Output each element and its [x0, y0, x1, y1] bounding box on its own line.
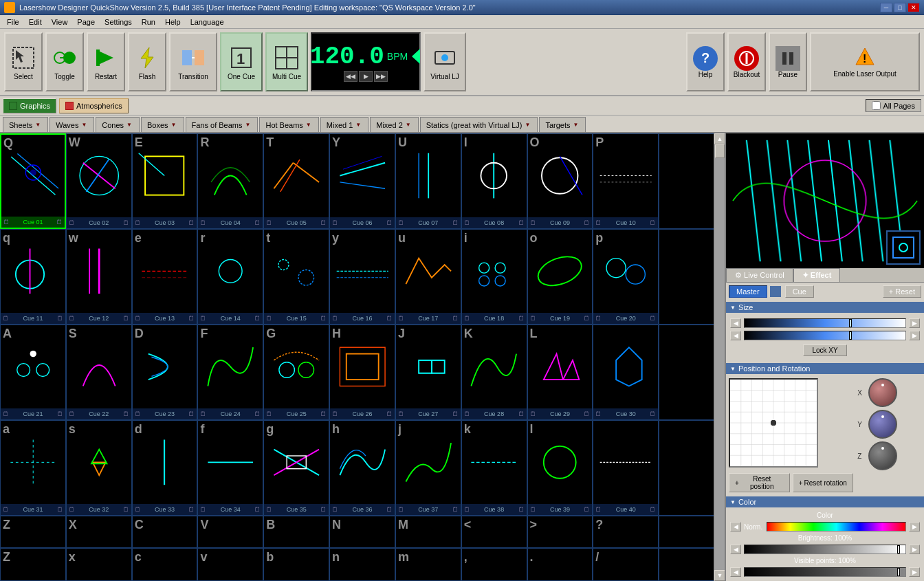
cue-cell[interactable]: S🗒Cue 22🗒 — [66, 325, 132, 420]
x-knob[interactable] — [868, 378, 897, 407]
z-knob[interactable] — [868, 441, 897, 470]
minimize-button[interactable]: ─ — [880, 3, 892, 12]
cue-cell[interactable]: n — [329, 548, 395, 581]
size-x-prev-button[interactable]: ◀ — [730, 318, 741, 328]
one-cue-button[interactable]: 1 One Cue — [220, 32, 263, 91]
scroll-down-button[interactable]: ▼ — [714, 570, 725, 581]
cue-cell[interactable]: J🗒Cue 27🗒 — [395, 325, 461, 420]
cue-cell[interactable]: v — [197, 548, 263, 581]
scroll-thumb[interactable] — [715, 144, 725, 158]
panel-tab-live-control[interactable]: ⚙ Live Control — [726, 268, 793, 282]
select-button[interactable]: Select — [4, 32, 43, 91]
size-section-header[interactable]: ▼ Size — [726, 302, 924, 313]
size-x-slider[interactable] — [744, 318, 906, 328]
size-y-slider[interactable] — [744, 331, 906, 340]
lock-xy-button[interactable]: Lock XY — [803, 344, 846, 356]
toggle-button[interactable]: Toggle — [45, 32, 84, 91]
tab-hot-beams[interactable]: Hot Beams ▼ — [259, 117, 318, 132]
menu-settings[interactable]: Settings — [100, 17, 136, 27]
visible-next-button[interactable]: ▶ — [909, 567, 920, 577]
cue-cell[interactable]: N — [329, 516, 395, 549]
scroll-up-button[interactable]: ▲ — [714, 133, 725, 144]
all-pages-check[interactable] — [872, 101, 881, 110]
cue-cell[interactable]: q🗒Cue 11🗒 — [0, 229, 66, 325]
cue-cell[interactable]: r🗒Cue 14🗒 — [197, 229, 263, 325]
cue-cell[interactable]: C — [132, 516, 198, 549]
size-y-next-button[interactable]: ▶ — [909, 331, 920, 340]
tab-mixed-2[interactable]: Mixed 2 ▼ — [370, 117, 418, 132]
cue-cell[interactable]: h🗒Cue 36🗒 — [329, 420, 395, 516]
cue-cell[interactable]: y🗒Cue 16🗒 — [329, 229, 395, 325]
cue-cell[interactable]: s🗒Cue 32🗒 — [66, 420, 132, 516]
tab-statics[interactable]: Statics (great with Virtual LJ) ▼ — [420, 117, 538, 132]
visible-prev-button[interactable]: ◀ — [730, 567, 741, 577]
cue-cell[interactable]: V — [197, 516, 263, 549]
brightness-slider[interactable] — [744, 545, 906, 554]
cue-cell[interactable]: K🗒Cue 28🗒 — [461, 325, 527, 420]
cue-cell[interactable]: Z — [0, 548, 66, 581]
graphics-category[interactable]: Graphics — [3, 98, 56, 113]
cue-cell[interactable]: P🗒Cue 10🗒 — [593, 133, 659, 229]
color-section-header[interactable]: ▼ Color — [726, 496, 924, 507]
help-button[interactable]: ? Help — [686, 32, 725, 91]
menu-view[interactable]: View — [47, 17, 72, 27]
cue-cell[interactable]: E🗒Cue 03🗒 — [132, 133, 198, 229]
cue-cell[interactable]: a🗒Cue 31🗒 — [0, 420, 66, 516]
tab-fans-of-beams[interactable]: Fans of Beams ▼ — [186, 117, 258, 132]
color-next-button[interactable]: ▶ — [909, 522, 920, 531]
cue-cell[interactable]: < — [461, 516, 527, 549]
cue-cell[interactable]: j🗒Cue 37🗒 — [395, 420, 461, 516]
cue-cell[interactable]: p🗒Cue 20🗒 — [593, 229, 659, 325]
cue-cell[interactable]: > — [527, 516, 593, 549]
cue-cell[interactable]: Y🗒Cue 06🗒 — [329, 133, 395, 229]
cue-cell[interactable]: c — [132, 548, 198, 581]
cue-cell[interactable]: W🗒Cue 02🗒 — [66, 133, 132, 229]
cue-cell[interactable]: d🗒Cue 33🗒 — [132, 420, 198, 516]
cue-cell[interactable]: 🗒Cue 30🗒 — [593, 325, 659, 420]
brightness-prev-button[interactable]: ◀ — [730, 545, 741, 554]
menu-help[interactable]: Help — [161, 17, 185, 27]
cue-cell[interactable]: x — [66, 548, 132, 581]
laser-output-button[interactable]: ! Enable Laser Output — [810, 32, 920, 91]
flash-button[interactable]: Flash — [128, 32, 166, 91]
cue-cell[interactable]: i🗒Cue 18🗒 — [461, 229, 527, 325]
cue-cell[interactable]: , — [461, 548, 527, 581]
cue-tab[interactable]: Cue — [785, 285, 814, 298]
y-knob[interactable] — [868, 410, 897, 439]
virtual-lj-button[interactable]: Virtual LJ — [424, 32, 466, 91]
cue-cell[interactable]: H🗒Cue 26🗒 — [329, 325, 395, 420]
cue-cell[interactable]: R🗒Cue 04🗒 — [197, 133, 263, 229]
cue-cell[interactable]: 🗒Cue 40🗒 — [593, 420, 659, 516]
cue-cell[interactable]: M — [395, 516, 461, 549]
menu-file[interactable]: File — [3, 17, 23, 27]
panel-tab-effect[interactable]: ✦ Effect — [793, 268, 841, 282]
cue-cell[interactable]: F🗒Cue 24🗒 — [197, 325, 263, 420]
cue-cell[interactable]: O🗒Cue 09🗒 — [527, 133, 593, 229]
reset-rotation-button[interactable]: + Reset rotation — [793, 473, 854, 492]
atmospherics-category[interactable]: Atmospherics — [59, 98, 129, 113]
cue-cell[interactable]: U🗒Cue 07🗒 — [395, 133, 461, 229]
tab-targets[interactable]: Targets ▼ — [539, 117, 586, 132]
cue-cell[interactable]: k🗒Cue 38🗒 — [461, 420, 527, 516]
restart-button[interactable]: Restart — [87, 32, 125, 91]
pos-rotation-section-header[interactable]: ▼ Position and Rotation — [726, 363, 924, 374]
cue-cell[interactable]: Z — [0, 516, 66, 549]
position-grid[interactable] — [729, 378, 818, 468]
cue-cell[interactable]: l🗒Cue 39🗒 — [527, 420, 593, 516]
cue-cell[interactable]: / — [593, 548, 659, 581]
cue-cell[interactable]: B — [263, 516, 329, 549]
cue-cell[interactable]: Q🗒Cue 01🗒 — [0, 133, 66, 229]
bpm-prev[interactable]: ◀◀ — [344, 71, 358, 82]
color-slider[interactable] — [767, 522, 906, 531]
cue-cell[interactable]: T🗒Cue 05🗒 — [263, 133, 329, 229]
reset-position-button[interactable]: + Reset position — [729, 473, 790, 492]
all-pages-checkbox[interactable]: All Pages — [866, 99, 921, 112]
bpm-next[interactable]: ▶▶ — [374, 71, 388, 82]
reset-button[interactable]: + Reset — [883, 285, 921, 298]
cue-cell[interactable]: f🗒Cue 34🗒 — [197, 420, 263, 516]
cue-cell[interactable]: L🗒Cue 29🗒 — [527, 325, 593, 420]
cue-cell[interactable]: t🗒Cue 15🗒 — [263, 229, 329, 325]
cue-cell[interactable]: G🗒Cue 25🗒 — [263, 325, 329, 420]
size-x-next-button[interactable]: ▶ — [909, 318, 920, 328]
cue-cell[interactable]: I🗒Cue 08🗒 — [461, 133, 527, 229]
